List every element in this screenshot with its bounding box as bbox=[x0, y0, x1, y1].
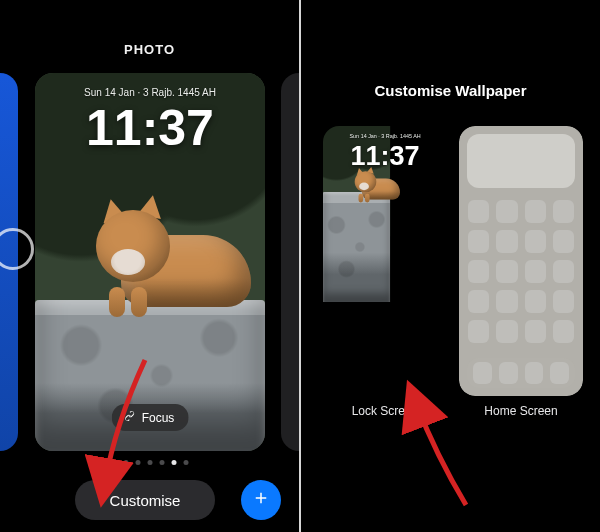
home-widget-placeholder bbox=[467, 134, 575, 188]
two-pane-stage: PHOTO Sun 14 Jan · 3 Rajb. 1445 AH 11:37… bbox=[0, 0, 600, 532]
lock-screen-label: Lock Screen bbox=[323, 404, 447, 418]
left-pane: PHOTO Sun 14 Jan · 3 Rajb. 1445 AH 11:37… bbox=[0, 0, 299, 532]
page-dot[interactable] bbox=[147, 460, 152, 465]
home-preview bbox=[459, 126, 583, 396]
home-icon-grid bbox=[467, 200, 575, 343]
lock-date: Sun 14 Jan · 3 Rajb. 1445 AH bbox=[35, 87, 265, 98]
page-dot[interactable] bbox=[135, 460, 140, 465]
page-title: PHOTO bbox=[0, 42, 299, 57]
page-indicator[interactable] bbox=[111, 460, 188, 465]
wallpaper-peek-prev[interactable] bbox=[0, 73, 18, 451]
home-screen-label: Home Screen bbox=[459, 404, 583, 418]
wallpaper-cat bbox=[91, 167, 251, 307]
customise-label: Customise bbox=[110, 492, 181, 509]
add-wallpaper-button[interactable] bbox=[241, 480, 281, 520]
right-pane: Customise Wallpaper Sun 14 Jan · 3 Rajb.… bbox=[301, 0, 600, 532]
focus-label: Focus bbox=[142, 411, 175, 425]
customise-title: Customise Wallpaper bbox=[301, 82, 600, 99]
customise-button[interactable]: Customise bbox=[75, 480, 215, 520]
lock-thumb-date: Sun 14 Jan · 3 Rajb. 1445 AH bbox=[323, 134, 447, 140]
home-dock bbox=[467, 358, 575, 388]
link-icon bbox=[124, 410, 136, 425]
wallpaper-card[interactable]: Sun 14 Jan · 3 Rajb. 1445 AH 11:37 Focus bbox=[35, 73, 265, 451]
plus-icon bbox=[252, 489, 270, 511]
page-dot[interactable] bbox=[171, 460, 176, 465]
lock-screen-thumb[interactable]: Sun 14 Jan · 3 Rajb. 1445 AH 11:37 bbox=[323, 126, 447, 396]
page-dot[interactable] bbox=[183, 460, 188, 465]
home-screen-thumb[interactable] bbox=[459, 126, 583, 396]
page-dot[interactable] bbox=[111, 460, 116, 465]
lock-time: 11:37 bbox=[35, 99, 265, 157]
wallpaper-peek-next[interactable] bbox=[281, 73, 299, 451]
page-dot[interactable] bbox=[159, 460, 164, 465]
page-dot[interactable] bbox=[123, 460, 128, 465]
lock-thumb-time: 11:37 bbox=[323, 140, 447, 171]
focus-button[interactable]: Focus bbox=[112, 404, 189, 431]
